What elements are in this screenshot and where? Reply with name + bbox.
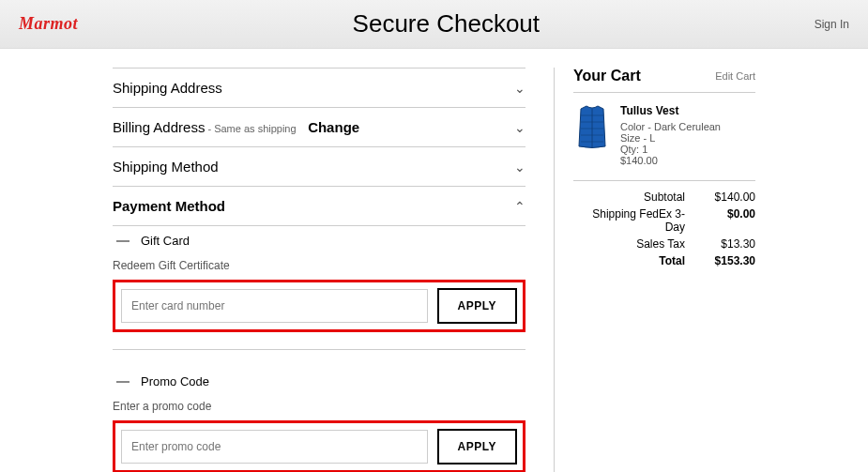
chevron-down-icon: ⌄ xyxy=(514,81,525,96)
promo-code-label: Promo Code xyxy=(141,374,209,388)
divider xyxy=(113,349,525,350)
total-label: Total xyxy=(573,254,685,267)
cart-item-size: Size - L xyxy=(620,132,721,144)
logo: Marmot xyxy=(19,14,78,34)
shipping-method-title: Shipping Method xyxy=(113,159,219,175)
billing-change-link[interactable]: Change xyxy=(308,119,359,135)
promo-code-input[interactable] xyxy=(121,430,428,464)
gift-card-input[interactable] xyxy=(121,289,428,323)
total-value: $153.30 xyxy=(704,254,755,267)
payment-method-title: Payment Method xyxy=(113,198,225,214)
cart-item-details: Tullus Vest Color - Dark Cerulean Size -… xyxy=(620,104,721,166)
promo-code-toggle[interactable]: Promo Code xyxy=(113,367,525,396)
section-payment-method[interactable]: Payment Method ⌃ xyxy=(113,186,525,226)
edit-cart-link[interactable]: Edit Cart xyxy=(715,70,755,82)
billing-sub: - Same as shipping xyxy=(205,123,296,134)
gift-card-label: Gift Card xyxy=(141,234,190,248)
tax-label: Sales Tax xyxy=(573,237,685,251)
shipping-row: Shipping FedEx 3-Day $0.00 xyxy=(573,207,755,234)
cart-title: Your Cart xyxy=(573,68,641,84)
promo-code-subtext: Enter a promo code xyxy=(113,396,525,420)
gift-card-subtext: Redeem Gift Certificate xyxy=(113,255,525,280)
promo-code-apply-button[interactable]: APPLY xyxy=(437,429,517,464)
chevron-down-icon: ⌄ xyxy=(514,120,525,135)
tax-row: Sales Tax $13.30 xyxy=(573,237,755,251)
subtotal-value: $140.00 xyxy=(704,190,755,204)
minus-icon xyxy=(116,240,129,242)
shipping-address-title: Shipping Address xyxy=(113,80,222,96)
chevron-down-icon: ⌄ xyxy=(514,160,525,175)
payment-body: Gift Card Redeem Gift Certificate APPLY … xyxy=(113,226,525,472)
section-billing-address[interactable]: Billing Address - Same as shipping Chang… xyxy=(113,107,525,146)
gift-card-highlight: APPLY xyxy=(113,280,525,332)
billing-address-label: Billing Address xyxy=(113,119,205,135)
checkout-main: Shipping Address ⌄ Billing Address - Sam… xyxy=(113,68,525,472)
cart-item: Tullus Vest Color - Dark Cerulean Size -… xyxy=(573,104,755,166)
cart-item-price: $140.00 xyxy=(620,155,721,166)
gift-card-toggle[interactable]: Gift Card xyxy=(113,226,525,255)
tax-value: $13.30 xyxy=(704,237,755,251)
cart-sidebar: Your Cart Edit Cart Tullus Vest Color - … xyxy=(554,68,755,472)
promo-code-highlight: APPLY xyxy=(113,420,525,472)
total-row: Total $153.30 xyxy=(573,254,755,267)
sign-in-link[interactable]: Sign In xyxy=(815,18,849,31)
cart-item-color: Color - Dark Cerulean xyxy=(620,121,721,132)
billing-address-title: Billing Address - Same as shipping Chang… xyxy=(113,119,359,135)
subtotal-label: Subtotal xyxy=(573,190,685,204)
gift-card-apply-button[interactable]: APPLY xyxy=(437,288,517,324)
header: Marmot Secure Checkout Sign In xyxy=(0,0,868,49)
cart-header: Your Cart Edit Cart xyxy=(573,68,755,93)
page-body: Shipping Address ⌄ Billing Address - Sam… xyxy=(0,49,868,472)
cart-item-name: Tullus Vest xyxy=(620,104,721,117)
cart-totals: Subtotal $140.00 Shipping FedEx 3-Day $0… xyxy=(573,180,755,267)
shipping-label: Shipping FedEx 3-Day xyxy=(573,207,685,234)
shipping-value: $0.00 xyxy=(704,207,755,234)
cart-item-qty: Qty: 1 xyxy=(620,144,721,155)
minus-icon xyxy=(116,381,129,383)
product-vest-icon xyxy=(573,104,611,151)
subtotal-row: Subtotal $140.00 xyxy=(573,190,755,204)
chevron-up-icon: ⌃ xyxy=(514,199,525,214)
section-shipping-address[interactable]: Shipping Address ⌄ xyxy=(113,68,525,107)
page-title: Secure Checkout xyxy=(78,9,815,38)
section-shipping-method[interactable]: Shipping Method ⌄ xyxy=(113,146,525,186)
